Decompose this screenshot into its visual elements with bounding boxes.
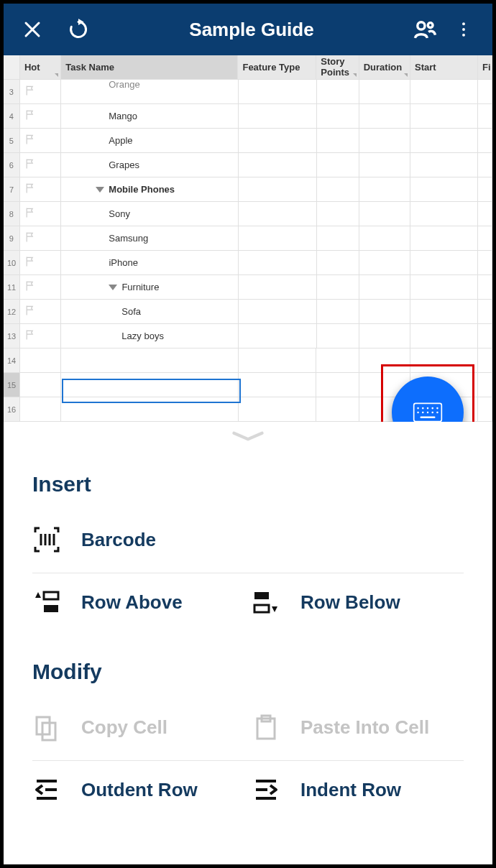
cell-duration[interactable] — [359, 226, 410, 250]
keyboard-fab[interactable] — [392, 377, 464, 422]
cell-hot[interactable] — [20, 226, 61, 250]
cell-task-name[interactable]: iPhone — [61, 251, 239, 274]
cell-feature-type[interactable] — [239, 202, 317, 226]
table-row[interactable]: 9Samsung — [4, 226, 492, 251]
cell-start[interactable] — [410, 251, 478, 274]
cell-duration[interactable] — [359, 300, 410, 323]
cell-feature-type[interactable] — [239, 251, 317, 274]
cell-story-points[interactable] — [317, 226, 359, 250]
cell-hot[interactable] — [20, 80, 61, 103]
cell-start[interactable] — [410, 129, 478, 152]
col-header-task-name[interactable]: Task Name — [61, 55, 238, 79]
cell-hot[interactable] — [20, 129, 61, 152]
cell-hot[interactable] — [20, 104, 61, 128]
panel-handle[interactable] — [4, 422, 492, 451]
cell-fi[interactable] — [478, 324, 492, 348]
row-number[interactable]: 5 — [4, 129, 20, 152]
cell-start[interactable] — [410, 104, 478, 128]
col-header-feature-type[interactable]: Feature Type — [238, 55, 316, 79]
row-number[interactable]: 10 — [4, 251, 20, 274]
cell-start[interactable] — [410, 80, 478, 103]
cell-duration[interactable] — [359, 251, 410, 274]
insert-row-above[interactable]: Row Above — [32, 581, 244, 624]
cell-task-name[interactable]: Mango — [61, 104, 239, 128]
table-row[interactable]: 12Sofa — [4, 300, 492, 324]
cell-story-points[interactable] — [317, 129, 359, 152]
row-number[interactable]: 3 — [4, 80, 20, 103]
cell-feature-type[interactable] — [239, 104, 317, 128]
cell-fi[interactable] — [478, 202, 492, 226]
cell-story-points[interactable] — [317, 202, 359, 226]
cell-hot[interactable] — [20, 202, 61, 226]
cell-feature-type[interactable] — [239, 397, 317, 421]
cell-fi[interactable] — [478, 373, 492, 397]
row-number[interactable]: 13 — [4, 324, 20, 348]
cell-hot[interactable] — [20, 348, 61, 372]
table-row[interactable]: 7Mobile Phones — [4, 177, 492, 202]
row-number[interactable]: 6 — [4, 153, 20, 177]
table-row[interactable]: 5Apple — [4, 129, 492, 153]
reload-button[interactable] — [63, 14, 94, 45]
cell-story-points[interactable] — [317, 275, 359, 299]
cell-hot[interactable] — [20, 153, 61, 177]
cell-duration[interactable] — [359, 129, 410, 152]
insert-barcode[interactable]: Barcode — [32, 518, 464, 561]
cell-fi[interactable] — [478, 348, 492, 372]
cell-task-name[interactable]: Samsung — [61, 226, 239, 250]
cell-duration[interactable] — [359, 275, 410, 299]
cell-fi[interactable] — [478, 153, 492, 177]
cell-story-points[interactable] — [317, 177, 359, 201]
cell-task-name[interactable]: Orange — [61, 80, 239, 103]
cell-fi[interactable] — [478, 129, 492, 152]
cell-fi[interactable] — [478, 300, 492, 323]
cell-start[interactable] — [410, 202, 478, 226]
cell-feature-type[interactable] — [239, 129, 317, 152]
collapse-arrow-icon[interactable] — [96, 187, 104, 193]
table-row[interactable]: 8Sony — [4, 202, 492, 226]
cell-story-points[interactable] — [316, 373, 359, 397]
row-number[interactable]: 15 — [4, 373, 20, 397]
cell-fi[interactable] — [478, 226, 492, 250]
insert-row-below[interactable]: Row Below — [252, 581, 464, 624]
table-row[interactable]: 4Mango — [4, 104, 492, 129]
cell-story-points[interactable] — [317, 300, 359, 323]
collapse-arrow-icon[interactable] — [109, 285, 117, 290]
indent-row[interactable]: Indent Row — [252, 768, 464, 811]
cell-task-name[interactable]: Lazy boys — [61, 324, 239, 348]
table-row[interactable]: 11Furniture — [4, 275, 492, 300]
row-number[interactable]: 16 — [4, 397, 20, 421]
cell-hot[interactable] — [20, 251, 61, 274]
cell-story-points[interactable] — [317, 251, 359, 274]
cell-task-name[interactable] — [61, 397, 238, 421]
cell-hot[interactable] — [20, 300, 61, 323]
cell-duration[interactable] — [359, 104, 410, 128]
outdent-row[interactable]: Outdent Row — [32, 768, 244, 811]
cell-story-points[interactable] — [316, 397, 359, 421]
cell-start[interactable] — [410, 153, 478, 177]
cell-feature-type[interactable] — [239, 348, 317, 372]
cell-feature-type[interactable] — [239, 177, 317, 201]
cell-hot[interactable] — [20, 275, 61, 299]
cell-feature-type[interactable] — [239, 275, 317, 299]
col-header-fi[interactable]: Fi — [478, 55, 492, 79]
cell-story-points[interactable] — [317, 80, 359, 103]
cell-task-name[interactable]: Apple — [61, 129, 239, 152]
cell-fi[interactable] — [478, 275, 492, 299]
cell-hot[interactable] — [20, 324, 61, 348]
more-menu-button[interactable] — [448, 14, 479, 45]
row-number[interactable]: 9 — [4, 226, 20, 250]
table-row[interactable]: 13Lazy boys — [4, 324, 492, 348]
row-number[interactable]: 7 — [4, 177, 20, 201]
cell-hot[interactable] — [20, 177, 61, 201]
cell-feature-type[interactable] — [239, 226, 317, 250]
cell-fi[interactable] — [478, 104, 492, 128]
col-header-duration[interactable]: Duration — [359, 55, 410, 79]
cell-duration[interactable] — [359, 202, 410, 226]
cell-story-points[interactable] — [317, 153, 359, 177]
cell-fi[interactable] — [478, 177, 492, 201]
cell-feature-type[interactable] — [239, 373, 317, 397]
cell-duration[interactable] — [359, 153, 410, 177]
cell-start[interactable] — [410, 300, 478, 323]
cell-story-points[interactable] — [316, 348, 359, 372]
row-number[interactable]: 4 — [4, 104, 20, 128]
